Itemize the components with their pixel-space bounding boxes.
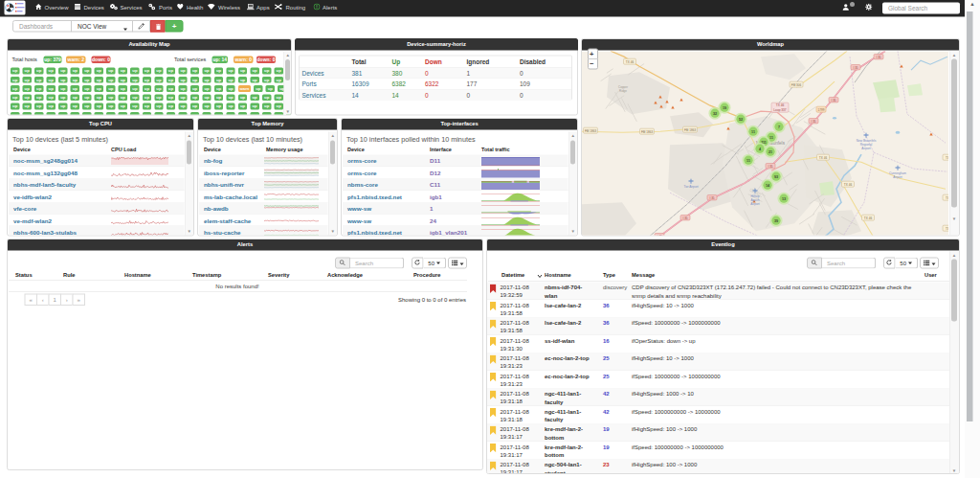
svg-text:TX 46: TX 46 bbox=[819, 156, 828, 160]
svg-text:FM 1863: FM 1863 bbox=[684, 128, 696, 132]
svg-text:TX: TX bbox=[946, 196, 948, 200]
svg-text:52: 52 bbox=[739, 118, 743, 122]
svg-text:93: 93 bbox=[774, 175, 778, 179]
svg-text:TX 46: TX 46 bbox=[844, 183, 853, 187]
svg-text:I 35: I 35 bbox=[768, 165, 772, 169]
svg-text:TX 46: TX 46 bbox=[626, 60, 635, 64]
svg-text:I 35: I 35 bbox=[682, 216, 687, 220]
svg-text:I 35: I 35 bbox=[831, 99, 835, 102]
svg-text:11: 11 bbox=[769, 136, 773, 140]
svg-text:TX: TX bbox=[946, 156, 948, 160]
svg-text:Airport: Airport bbox=[750, 202, 760, 206]
svg-text:TX 46: TX 46 bbox=[864, 216, 873, 220]
svg-text:Twr Airport: Twr Airport bbox=[683, 185, 698, 189]
svg-text:Ridge: Ridge bbox=[619, 89, 627, 93]
svg-text:11: 11 bbox=[746, 159, 750, 163]
svg-text:1799: 1799 bbox=[818, 108, 825, 112]
svg-text:FM 1863: FM 1863 bbox=[585, 129, 596, 133]
svg-text:I 35: I 35 bbox=[876, 56, 880, 59]
svg-text:I 35: I 35 bbox=[709, 196, 714, 200]
svg-text:32: 32 bbox=[713, 112, 717, 116]
svg-text:FM 1863: FM 1863 bbox=[641, 130, 653, 134]
svg-text:11: 11 bbox=[751, 130, 755, 134]
svg-text:Airport: Airport bbox=[893, 175, 902, 179]
svg-text:39: 39 bbox=[774, 219, 778, 223]
svg-text:TX: TX bbox=[946, 227, 948, 231]
svg-text:21: 21 bbox=[768, 150, 772, 154]
svg-text:I 35: I 35 bbox=[853, 66, 858, 70]
svg-text:7: 7 bbox=[778, 125, 780, 129]
svg-text:Loop 337: Loop 337 bbox=[773, 108, 787, 112]
svg-text:I 35: I 35 bbox=[811, 120, 815, 124]
svg-text:13: 13 bbox=[782, 197, 786, 201]
svg-text:Airport: Airport bbox=[861, 147, 871, 150]
svg-text:19: 19 bbox=[723, 106, 726, 110]
svg-text:I 35: I 35 bbox=[657, 235, 661, 237]
svg-text:FM 306: FM 306 bbox=[791, 83, 802, 87]
